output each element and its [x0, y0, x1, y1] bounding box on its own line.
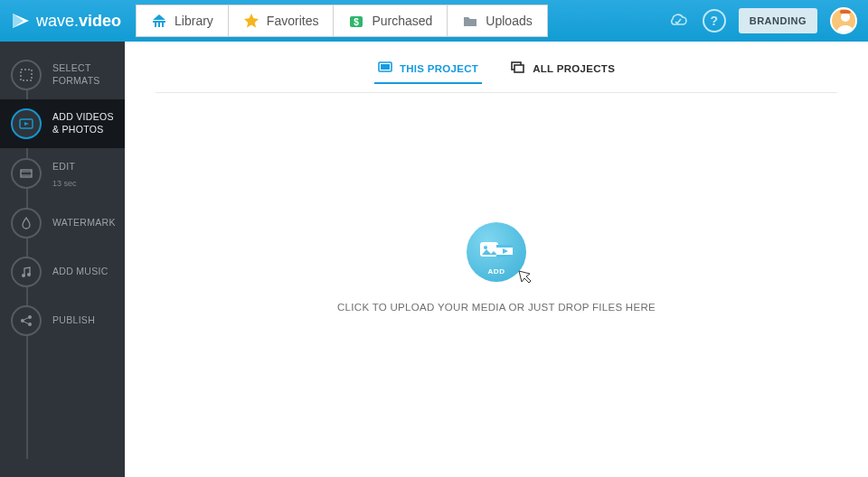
media-icon [11, 108, 42, 139]
step-label: EDIT [52, 161, 75, 172]
subtab-label: THIS PROJECT [400, 63, 478, 74]
step-select-formats[interactable]: SELECT FORMATS [0, 51, 125, 99]
svg-rect-3 [155, 23, 156, 27]
svg-rect-28 [514, 65, 524, 72]
tab-purchased[interactable]: $ Purchased [334, 5, 448, 37]
svg-rect-12 [21, 70, 32, 80]
purchased-icon: $ [348, 13, 364, 29]
subtab-label: ALL PROJECTS [533, 63, 615, 74]
library-icon [151, 13, 167, 29]
svg-marker-7 [244, 14, 259, 28]
svg-point-18 [22, 274, 25, 277]
step-label: PUBLISH [52, 314, 95, 327]
svg-rect-2 [153, 21, 165, 23]
svg-line-24 [24, 322, 29, 324]
svg-marker-14 [24, 122, 29, 126]
tab-label: Favorites [267, 14, 319, 28]
step-label: SELECT FORMATS [52, 62, 100, 87]
topbar: wave.video Library Favorites $ Purchased [0, 0, 868, 42]
svg-rect-11 [840, 10, 851, 14]
step-label: ADD MUSIC [52, 266, 108, 278]
formats-icon [11, 60, 42, 90]
step-add-videos-photos[interactable]: ADD VIDEOS & PHOTOS [0, 99, 125, 148]
publish-icon [11, 305, 42, 336]
svg-line-23 [24, 318, 29, 321]
tab-label: Uploads [486, 14, 532, 28]
main-panel: THIS PROJECT ALL PROJECTS [125, 42, 868, 477]
svg-point-30 [484, 246, 487, 249]
step-label: ADD VIDEOS & PHOTOS [52, 111, 114, 136]
cloud-sync-icon[interactable] [666, 12, 690, 30]
svg-point-21 [28, 315, 32, 319]
svg-rect-4 [158, 23, 160, 27]
monitor-icon [378, 61, 392, 76]
step-label: WATERMARK [52, 217, 116, 229]
step-watermark[interactable]: WATERMARK [0, 199, 125, 248]
svg-point-10 [841, 13, 850, 22]
top-tabs: Library Favorites $ Purchased Uploads [136, 5, 548, 37]
project-subtabs: THIS PROJECT ALL PROJECTS [125, 61, 868, 92]
step-edit[interactable]: EDIT 13 sec [0, 148, 125, 199]
logo-icon [11, 11, 31, 31]
sidebar: SELECT FORMATS ADD VIDEOS & PHOTOS EDIT … [0, 42, 125, 477]
watermark-icon [11, 208, 42, 238]
upload-hint: CLICK TO UPLOAD YOUR MEDIA OR JUST DROP … [337, 302, 656, 313]
svg-rect-26 [381, 64, 390, 70]
tab-uploads[interactable]: Uploads [448, 5, 547, 37]
logo[interactable]: wave.video [11, 11, 121, 31]
step-label-wrap: EDIT 13 sec [52, 157, 77, 190]
step-publish[interactable]: PUBLISH [0, 296, 125, 345]
cursor-icon [515, 267, 535, 287]
add-media-button[interactable]: ADD [467, 222, 526, 282]
logo-text: wave.video [36, 12, 121, 31]
subtab-this-project[interactable]: THIS PROJECT [378, 61, 478, 83]
svg-rect-32 [496, 245, 513, 248]
stack-icon [511, 61, 525, 76]
edit-icon [11, 158, 42, 189]
tab-library[interactable]: Library [136, 5, 229, 37]
svg-marker-6 [153, 14, 165, 20]
svg-marker-1 [13, 14, 24, 28]
svg-text:$: $ [354, 17, 360, 27]
star-icon [243, 13, 259, 29]
tab-label: Library [175, 14, 213, 28]
svg-rect-33 [496, 255, 513, 257]
tab-label: Purchased [372, 14, 432, 28]
add-bubble-label: ADD [488, 267, 505, 276]
branding-button[interactable]: BRANDING [739, 8, 817, 33]
uploads-folder-icon [462, 13, 478, 29]
svg-point-19 [27, 273, 31, 276]
upload-dropzone[interactable]: ADD CLICK TO UPLOAD YOUR MEDIA OR JUST D… [125, 93, 868, 477]
svg-rect-15 [21, 170, 32, 177]
top-right: ? BRANDING [666, 7, 857, 34]
step-sublabel: 13 sec [52, 179, 77, 188]
avatar[interactable] [830, 7, 857, 34]
svg-rect-5 [162, 23, 164, 27]
svg-point-22 [28, 323, 32, 326]
step-add-music[interactable]: ADD MUSIC [0, 248, 125, 296]
help-icon[interactable]: ? [703, 9, 726, 33]
music-icon [11, 257, 42, 287]
subtab-all-projects[interactable]: ALL PROJECTS [511, 61, 615, 83]
tab-favorites[interactable]: Favorites [229, 5, 335, 37]
